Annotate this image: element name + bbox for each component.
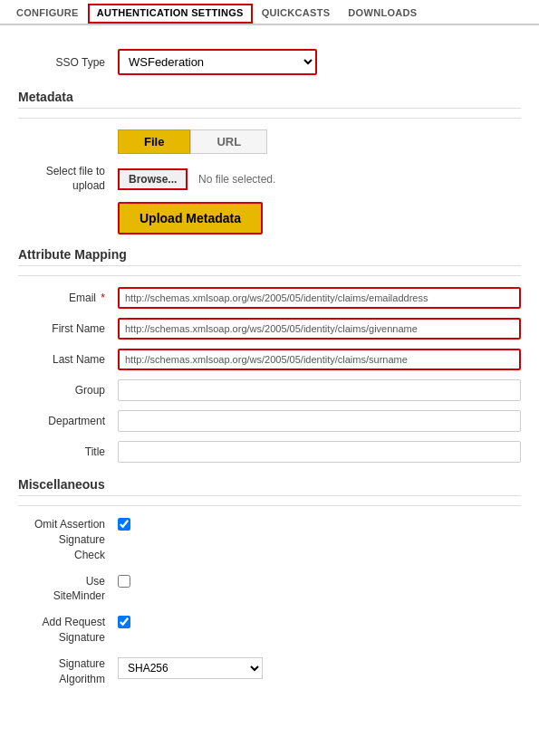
first-name-input[interactable] <box>118 318 521 340</box>
attr-mapping-section-header: Attribute Mapping <box>18 247 521 266</box>
last-name-input[interactable] <box>118 349 521 370</box>
add-request-sig-label: Add RequestSignature <box>18 615 118 646</box>
email-input[interactable] <box>118 287 521 309</box>
sso-type-value: WSFederation SAML OAuth <box>118 49 521 75</box>
last-name-value <box>118 349 521 370</box>
nav-quickcasts[interactable]: QUICKCASTS <box>253 4 340 24</box>
nav-auth-settings[interactable]: AUTHENTICATION SETTINGS <box>88 4 253 24</box>
group-label: Group <box>18 384 118 397</box>
email-required: * <box>98 292 105 304</box>
upload-btn-row: Upload Metadata <box>118 202 521 234</box>
department-value <box>118 410 521 432</box>
department-row: Department <box>18 410 521 432</box>
attr-mapping-divider <box>18 275 521 276</box>
no-file-text: No file selected. <box>198 173 275 186</box>
sso-type-label: SSO Type <box>18 56 118 69</box>
title-value <box>118 441 521 463</box>
department-input[interactable] <box>118 410 521 432</box>
use-siteminder-value <box>118 574 130 588</box>
sig-algorithm-value: SHA256 SHA1 SHA384 SHA512 <box>118 656 263 679</box>
browse-button[interactable]: Browse... <box>118 168 188 190</box>
add-request-sig-row: Add RequestSignature <box>18 615 521 646</box>
omit-assertion-row: Omit AssertionSignatureCheck <box>18 517 521 562</box>
email-value <box>118 287 521 309</box>
sso-type-select[interactable]: WSFederation SAML OAuth <box>118 49 317 75</box>
main-content: SSO Type WSFederation SAML OAuth Metadat… <box>0 25 539 712</box>
use-siteminder-checkbox[interactable] <box>118 575 130 588</box>
title-row: Title <box>18 441 521 463</box>
first-name-value <box>118 318 521 340</box>
nav-downloads[interactable]: DOWNLOADS <box>339 4 426 24</box>
omit-assertion-checkbox[interactable] <box>118 518 130 531</box>
last-name-row: Last Name <box>18 349 521 370</box>
omit-assertion-value <box>118 517 130 531</box>
nav-configure[interactable]: CONFIGURE <box>7 4 88 24</box>
email-label: Email * <box>18 292 118 304</box>
omit-assertion-label: Omit AssertionSignatureCheck <box>18 517 118 562</box>
title-input[interactable] <box>118 441 521 463</box>
metadata-divider <box>18 118 521 119</box>
sig-algorithm-label: SignatureAlgorithm <box>18 656 118 687</box>
upload-metadata-button[interactable]: Upload Metadata <box>118 202 263 234</box>
misc-section-header: Miscellaneous <box>18 477 521 496</box>
sig-algorithm-row: SignatureAlgorithm SHA256 SHA1 SHA384 SH… <box>18 656 521 687</box>
sso-type-row: SSO Type WSFederation SAML OAuth <box>18 49 521 75</box>
first-name-label: First Name <box>18 322 118 335</box>
add-request-sig-checkbox[interactable] <box>118 616 130 628</box>
misc-divider <box>18 505 521 506</box>
group-row: Group <box>18 379 521 401</box>
browse-row: Select file to upload Browse... No file … <box>18 165 521 193</box>
email-row: Email * <box>18 287 521 309</box>
department-label: Department <box>18 415 118 427</box>
metadata-section-header: Metadata <box>18 90 521 109</box>
url-toggle-btn[interactable]: URL <box>190 129 267 154</box>
add-request-sig-value <box>118 615 130 628</box>
group-input[interactable] <box>118 379 521 401</box>
title-label: Title <box>18 445 118 458</box>
sig-algorithm-select[interactable]: SHA256 SHA1 SHA384 SHA512 <box>118 657 263 679</box>
first-name-row: First Name <box>18 318 521 340</box>
browse-label: Select file to upload <box>18 165 118 193</box>
use-siteminder-row: UseSiteMinder <box>18 574 521 605</box>
top-navigation: CONFIGURE AUTHENTICATION SETTINGS QUICKC… <box>0 0 539 25</box>
file-url-toggle: File URL <box>118 129 521 154</box>
file-toggle-btn[interactable]: File <box>118 129 190 154</box>
group-value <box>118 379 521 401</box>
browse-value: Browse... No file selected. <box>118 168 521 190</box>
use-siteminder-label: UseSiteMinder <box>18 574 118 605</box>
last-name-label: Last Name <box>18 353 118 366</box>
